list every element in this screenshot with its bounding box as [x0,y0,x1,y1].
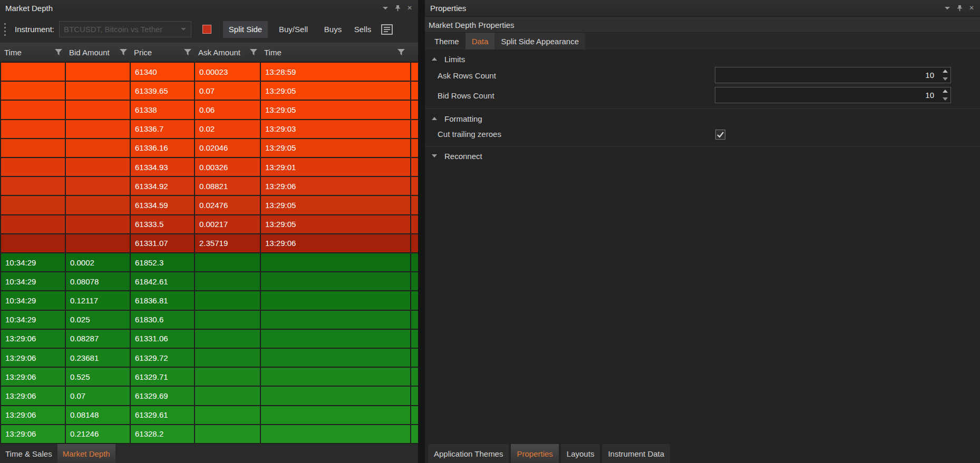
cut-trailing-zeroes-row: Cut trailing zeroes [425,125,980,143]
bid-row[interactable]: 13:29:060.0761329.69 [0,387,418,406]
ask-row[interactable]: 61339.650.0713:29:05 [0,82,418,101]
column-header-time[interactable]: Time [260,43,410,62]
spinner-up-icon[interactable] [943,90,948,93]
cell [1,215,66,233]
chevron-down-icon[interactable] [380,3,391,13]
filter-icon[interactable] [397,49,405,56]
collapse-icon[interactable] [432,117,437,120]
filter-icon[interactable] [120,49,127,56]
cell [66,177,131,195]
cell [195,330,261,348]
tab-application-themes[interactable]: Application Themes [428,444,509,463]
stop-square-button[interactable] [202,25,211,34]
bid-row[interactable]: 13:29:060.2124661328.2 [0,425,418,444]
ask-row[interactable]: 61334.590.0247613:29:05 [0,196,418,215]
cell: 0.02 [195,120,261,138]
ask-row[interactable]: 613380.0613:29:05 [0,101,418,120]
properties-subtitle-bar: Market Depth Properties [425,17,980,33]
cell: 61331.06 [131,330,195,348]
filter-icon[interactable] [55,49,62,56]
pin-icon[interactable] [954,3,965,13]
ask-row[interactable]: 61331.072.3571913:29:06 [0,234,418,253]
cell [411,101,418,119]
cell [1,196,66,214]
instrument-select[interactable]: BTCUSDT, Bitcoin vs Tether [59,21,191,37]
bid-rows-count-field[interactable] [715,87,934,103]
cell: 0.02476 [195,196,261,214]
drag-handle[interactable] [4,22,6,36]
pin-icon[interactable] [392,3,403,13]
cell [261,253,411,271]
cell [195,291,261,309]
bid-rows-count-input[interactable] [715,87,951,103]
spinner-down-icon[interactable] [943,97,948,101]
tab-market-depth[interactable]: Market Depth [57,444,115,463]
bid-row[interactable]: 13:29:060.0828761331.06 [0,330,418,349]
cell: 13:29:06 [1,349,66,367]
tab-instrument-data[interactable]: Instrument Data [602,444,670,463]
column-header-spacer [410,43,418,62]
ask-row[interactable]: 61334.930.0032613:29:01 [0,158,418,177]
cell [1,177,66,195]
panel-divider[interactable] [418,0,425,463]
bid-row[interactable]: 10:34:290.0807861842.61 [0,272,418,291]
cell [261,387,411,405]
view-button-buys[interactable]: Buys [319,21,346,38]
cell [195,253,261,271]
market-depth-panel: Market Depth ✕ Instrument: BTCUSDT, Bitc… [0,0,418,463]
ask-row[interactable]: 61334.920.0882113:29:06 [0,177,418,196]
spinner-up-icon[interactable] [943,70,948,73]
bid-row[interactable]: 10:34:290.02561830.6 [0,311,418,330]
cell: 10:34:29 [1,291,66,309]
collapse-icon[interactable] [432,57,437,61]
tab-split-side-appearance[interactable]: Split Side Appearance [494,33,585,50]
column-header-ask-amount[interactable]: Ask Amount [194,43,260,62]
cell [261,291,411,309]
cell [66,139,131,157]
tab-data[interactable]: Data [465,33,495,50]
column-chooser-button[interactable] [380,23,394,36]
ask-row[interactable]: 613400.0002313:28:59 [0,63,418,82]
chevron-down-icon[interactable] [942,3,953,13]
bid-row[interactable]: 13:29:060.0814861329.61 [0,406,418,425]
ask-row[interactable]: 61336.70.0213:29:03 [0,120,418,139]
view-button-split-side[interactable]: Split Side [223,21,268,38]
ask-rows-count-input[interactable] [715,67,951,83]
cell: 13:29:05 [261,215,411,233]
cell: 61333.5 [131,215,195,233]
filter-icon[interactable] [250,49,257,56]
filter-icon[interactable] [184,49,191,56]
close-icon[interactable]: ✕ [404,3,415,13]
ask-row[interactable]: 61333.50.0021713:29:05 [0,215,418,234]
column-header-time[interactable]: Time [0,43,65,62]
bid-row[interactable]: 10:34:290.000261852.3 [0,253,418,272]
view-button-buy-sell[interactable]: Buy/Sell [272,21,315,38]
group-formatting[interactable]: Formatting [425,112,980,125]
tab-time-sales[interactable]: Time & Sales [0,444,57,463]
cell [411,63,418,81]
group-limits[interactable]: Limits [425,53,980,65]
ask-rows-count-field[interactable] [715,67,934,83]
column-header-price[interactable]: Price [130,43,194,62]
group-reconnect[interactable]: Reconnect [425,150,980,162]
cell [1,82,66,100]
cell: 13:29:05 [261,82,411,100]
bid-rows-count-row: Bid Rows Count [425,85,980,105]
market-depth-title-bar: Market Depth ✕ [0,0,418,16]
ask-row[interactable]: 61336.160.0204613:29:05 [0,139,418,158]
close-icon[interactable]: ✕ [966,3,977,13]
bid-row[interactable]: 10:34:290.1211761836.81 [0,291,418,310]
tab-properties[interactable]: Properties [511,444,558,463]
bid-row[interactable]: 13:29:060.52561329.71 [0,368,418,387]
cell: 61334.59 [131,196,195,214]
tab-theme[interactable]: Theme [428,33,465,50]
view-button-sells[interactable]: Sells [348,21,377,38]
cell [411,368,418,386]
bid-row[interactable]: 13:29:060.2368161329.72 [0,349,418,368]
spinner-down-icon[interactable] [943,77,948,81]
column-header-bid-amount[interactable]: Bid Amount [65,43,130,62]
cell [261,406,411,424]
tab-layouts[interactable]: Layouts [561,444,600,463]
cut-trailing-zeroes-checkbox[interactable] [715,130,725,140]
expand-icon[interactable] [432,154,437,157]
